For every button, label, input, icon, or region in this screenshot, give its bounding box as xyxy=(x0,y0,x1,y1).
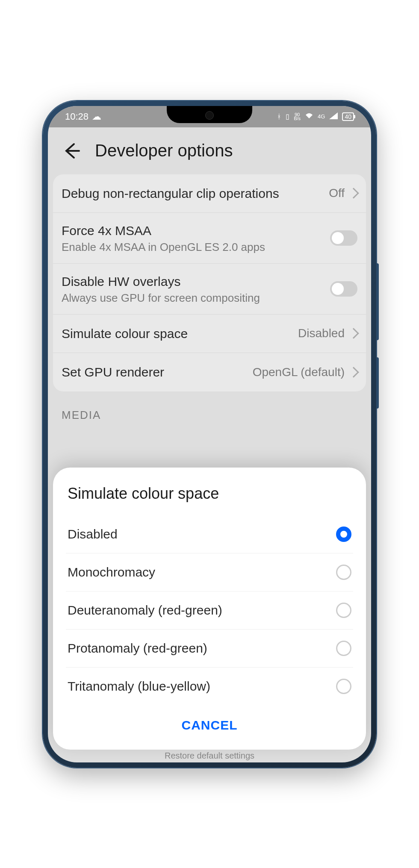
option-deuteranomaly[interactable]: Deuteranomaly (red-green) xyxy=(66,591,353,630)
page-header: Developer options xyxy=(48,127,371,174)
toggle-msaa[interactable] xyxy=(330,230,357,246)
radio-icon xyxy=(336,641,351,656)
net-type: 4G xyxy=(318,113,325,120)
row-value: Disabled xyxy=(298,327,345,340)
row-subtitle: Always use GPU for screen compositing xyxy=(62,291,330,305)
row-title: Debug non-rectangular clip operations xyxy=(62,185,329,202)
wechat-icon: ☁ xyxy=(92,111,101,122)
option-disabled[interactable]: Disabled xyxy=(66,515,353,553)
option-label: Deuteranomaly (red-green) xyxy=(68,603,222,618)
bottom-sheet-simulate-colour: Simulate colour space Disabled Monochrom… xyxy=(53,468,366,750)
chevron-right-icon xyxy=(348,188,359,198)
option-tritanomaly[interactable]: Tritanomaly (blue-yellow) xyxy=(66,668,353,705)
option-label: Tritanomaly (blue-yellow) xyxy=(68,679,210,694)
row-simulate-colour-space[interactable]: Simulate colour space Disabled xyxy=(53,315,366,353)
signal-icon xyxy=(329,112,338,121)
cancel-button[interactable]: CANCEL xyxy=(66,705,353,737)
option-protanomaly[interactable]: Protanomaly (red-green) xyxy=(66,630,353,668)
row-disable-hw-overlays[interactable]: Disable HW overlays Always use GPU for s… xyxy=(53,264,366,315)
radio-icon xyxy=(336,565,351,580)
net-speed-bot: B/s xyxy=(294,117,301,121)
chevron-right-icon xyxy=(348,367,359,377)
phone-frame: 10:28 ☁ ᚼ ▯ 90 B/s 4G 40 xyxy=(43,101,376,768)
option-label: Disabled xyxy=(68,527,118,541)
row-title: Set GPU renderer xyxy=(62,364,253,380)
vibrate-icon: ▯ xyxy=(286,112,289,121)
row-title: Disable HW overlays xyxy=(62,273,330,290)
chevron-right-icon xyxy=(348,328,359,338)
option-label: Monochromacy xyxy=(68,565,155,580)
status-time: 10:28 xyxy=(65,111,89,122)
row-title: Force 4x MSAA xyxy=(62,222,330,239)
row-subtitle: Enable 4x MSAA in OpenGL ES 2.0 apps xyxy=(62,241,330,254)
row-set-gpu-renderer[interactable]: Set GPU renderer OpenGL (default) xyxy=(53,353,366,391)
row-value: Off xyxy=(329,186,345,200)
radio-selected-icon xyxy=(336,527,351,542)
wifi-icon xyxy=(305,112,313,121)
radio-icon xyxy=(336,679,351,694)
page-title: Developer options xyxy=(95,141,233,160)
section-media-label: MEDIA xyxy=(53,391,366,430)
settings-card: Debug non-rectangular clip operations Of… xyxy=(53,174,366,391)
sheet-title: Simulate colour space xyxy=(66,485,353,503)
radio-icon xyxy=(336,603,351,618)
row-debug-clip[interactable]: Debug non-rectangular clip operations Of… xyxy=(53,174,366,213)
notch xyxy=(167,106,252,123)
row-title: Simulate colour space xyxy=(62,325,298,342)
screen: 10:28 ☁ ᚼ ▯ 90 B/s 4G 40 xyxy=(48,106,371,762)
toggle-hw-overlays[interactable] xyxy=(330,281,357,297)
row-force-msaa[interactable]: Force 4x MSAA Enable 4x MSAA in OpenGL E… xyxy=(53,213,366,264)
bluetooth-icon: ᚼ xyxy=(277,113,281,121)
row-value: OpenGL (default) xyxy=(253,365,345,379)
option-monochromacy[interactable]: Monochromacy xyxy=(66,553,353,591)
battery-icon: 40 xyxy=(342,112,354,121)
restore-defaults-hint: Restore default settings xyxy=(48,751,371,761)
back-button[interactable] xyxy=(61,140,82,162)
option-label: Protanomaly (red-green) xyxy=(68,641,207,656)
